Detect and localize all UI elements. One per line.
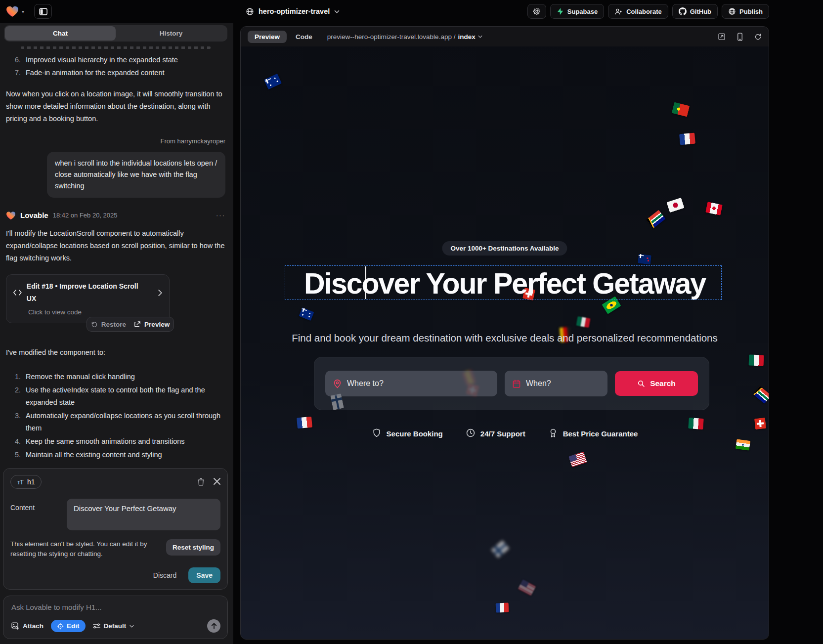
- flag-australia-icon: [299, 307, 314, 321]
- map-pin-icon: [333, 379, 342, 388]
- message-menu-button[interactable]: ···: [216, 209, 225, 221]
- assistant-name: Lovable: [20, 209, 48, 221]
- calendar-icon: [513, 380, 520, 388]
- restore-icon: [91, 321, 98, 328]
- flag-japan-icon: [666, 198, 684, 213]
- flag-india-icon: [736, 439, 751, 451]
- numbered-list-item: 6.Improved visual hierarchy in the expan…: [6, 54, 225, 66]
- content-input[interactable]: Discover Your Perfect Getaway: [67, 499, 220, 530]
- hero-section: Over 1000+ Destinations Available Discov…: [241, 46, 769, 639]
- numbered-list-item: 2.Use the activeIndex state to control b…: [6, 384, 225, 409]
- flag-france-icon: [679, 133, 695, 145]
- collaborate-icon: [614, 8, 623, 15]
- composer-input[interactable]: Ask Lovable to modify H1...: [11, 603, 220, 611]
- text-caret: [365, 266, 366, 299]
- preview-panel: Preview Code preview--hero-optimizer-tra…: [240, 26, 769, 640]
- chevron-down-icon: [478, 35, 482, 38]
- type-icon: тT: [17, 478, 23, 486]
- selected-element-pill[interactable]: тT h1: [10, 475, 42, 489]
- discard-button[interactable]: Discard: [153, 571, 176, 579]
- chevron-down-icon: [334, 10, 340, 13]
- list-text: Keep the same smooth animations and tran…: [26, 435, 185, 448]
- mobile-view-icon[interactable]: [737, 33, 743, 41]
- flag-canada-icon: [705, 202, 723, 215]
- chat-composer: Ask Lovable to modify H1... Attach Edit …: [3, 596, 228, 639]
- clipped-previous-message: [21, 46, 211, 49]
- top-bar: ▾ hero-optimizer-travel: [0, 0, 823, 23]
- preview-url[interactable]: preview--hero-optimizer-travel.lovable.a…: [327, 33, 482, 41]
- target-icon: [57, 623, 64, 630]
- feature-label: 24/7 Support: [480, 429, 525, 438]
- supabase-button[interactable]: Supabase: [550, 4, 604, 19]
- numbered-list-item: 5.Maintain all the existing content and …: [6, 449, 225, 461]
- chevron-right-icon: [158, 290, 162, 296]
- chat-sidebar: Chat History 6.Improved visual hierarchy…: [0, 23, 233, 644]
- flag-france-icon: [297, 417, 312, 429]
- list-number: 2.: [11, 384, 21, 409]
- assistant-paragraph: Now when you click on a location image, …: [6, 88, 225, 125]
- toggle-sidebar-button[interactable]: [34, 4, 52, 19]
- feature-item: Best Price Guarantee: [548, 428, 638, 439]
- tab-code[interactable]: Code: [296, 33, 312, 41]
- sliders-icon: [93, 623, 100, 629]
- flag-south-africa-icon: [646, 210, 665, 229]
- refresh-icon[interactable]: [754, 33, 762, 41]
- send-button[interactable]: [207, 619, 220, 633]
- element-tag-label: h1: [27, 478, 35, 486]
- when-input[interactable]: When?: [505, 371, 607, 396]
- save-button[interactable]: Save: [188, 567, 220, 583]
- preview-version-button[interactable]: Preview: [134, 318, 170, 331]
- logo-menu-chevron-icon[interactable]: ▾: [22, 9, 24, 14]
- where-input[interactable]: Where to?: [325, 371, 497, 396]
- hero-subtitle: Find and book your dream destination wit…: [292, 332, 718, 344]
- restore-button[interactable]: Restore: [91, 318, 126, 331]
- list-number: 7.: [11, 67, 21, 79]
- assistant-message-header: Lovable 18:42 on Feb 20, 2025 ···: [6, 209, 225, 221]
- tab-history[interactable]: History: [116, 26, 226, 41]
- close-icon[interactable]: [214, 478, 220, 485]
- hero-title[interactable]: Discover Your Perfect Getaway: [304, 267, 705, 301]
- open-in-new-icon[interactable]: [718, 33, 726, 41]
- numbered-list-item: 1.Remove the manual click handling: [6, 371, 225, 383]
- arrow-up-icon: [211, 623, 217, 629]
- publish-button[interactable]: Publish: [722, 4, 769, 19]
- shield-icon: [372, 428, 382, 439]
- edit-mode-toggle[interactable]: Edit: [51, 620, 86, 632]
- numbered-list-item: 3.Automatically expand/collapse location…: [6, 410, 225, 434]
- reset-styling-button[interactable]: Reset styling: [166, 539, 220, 556]
- assistant-numbered-list: 6.Improved visual hierarchy in the expan…: [6, 54, 225, 79]
- version-actions: Restore Preview: [87, 317, 174, 332]
- flag-mexico-icon: [749, 354, 764, 366]
- settings-button[interactable]: [527, 4, 546, 19]
- flag-usa-icon: [518, 579, 536, 596]
- flag-australia-icon: [264, 74, 282, 90]
- chat-scroll-area[interactable]: 6.Improved visual hierarchy in the expan…: [0, 45, 233, 468]
- user-message-bubble: when i scroll into the individual locati…: [47, 152, 225, 198]
- mode-selector[interactable]: Default: [93, 622, 134, 630]
- flag-mexico-icon: [576, 316, 591, 328]
- search-card: Where to? When? Search: [314, 357, 709, 410]
- trash-icon[interactable]: [197, 478, 205, 486]
- preview-toolbar: Preview Code preview--hero-optimizer-tra…: [241, 27, 769, 46]
- flag-france-icon: [496, 603, 509, 613]
- project-switcher[interactable]: hero-optimizer-travel: [246, 0, 340, 23]
- github-button[interactable]: GitHub: [672, 4, 718, 19]
- search-button[interactable]: Search: [615, 371, 698, 396]
- lovable-avatar-icon: [6, 211, 16, 220]
- attach-button[interactable]: Attach: [11, 622, 43, 630]
- lovable-logo-icon[interactable]: [6, 5, 19, 17]
- collaborate-button[interactable]: Collaborate: [608, 4, 668, 19]
- assistant-paragraph: I'll modify the LocationScroll component…: [6, 227, 225, 264]
- flag-usa-icon: [568, 452, 587, 468]
- list-number: 3.: [11, 410, 21, 434]
- feature-label: Secure Booking: [387, 429, 443, 438]
- url-page: index: [458, 33, 475, 41]
- tab-preview[interactable]: Preview: [248, 31, 287, 43]
- publish-label: Publish: [739, 8, 763, 15]
- list-text: Use the activeIndex state to control bot…: [26, 384, 225, 409]
- where-placeholder: Where to?: [347, 379, 384, 388]
- github-icon: [679, 7, 687, 15]
- flag-south-africa-icon: [753, 386, 769, 404]
- edit-version-card[interactable]: Edit #18 • Improve Location Scroll UX Cl…: [6, 274, 170, 323]
- tab-chat[interactable]: Chat: [5, 26, 116, 41]
